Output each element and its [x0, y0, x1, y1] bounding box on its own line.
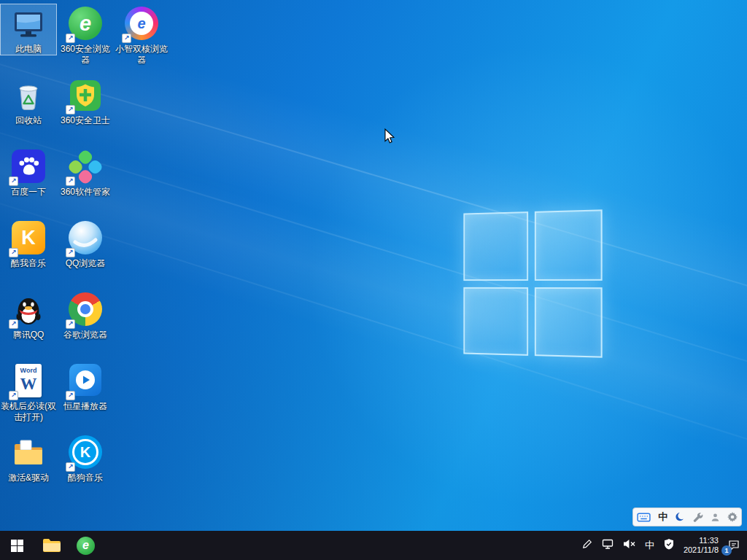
shortcut-arrow-icon: ↗ — [66, 176, 75, 186]
icon-label: 此电脑 — [1, 44, 56, 55]
icon-label: 酷狗音乐 — [58, 472, 113, 483]
360-browser-icon: e — [77, 537, 95, 555]
ime-tray-indicator[interactable]: 中 — [645, 539, 654, 552]
tray-date: 2021/11/8 — [684, 545, 719, 555]
tray-clock[interactable]: 11:33 2021/11/8 — [684, 536, 719, 555]
windows-logo-pane — [534, 287, 602, 358]
word-document-icon: Word W ↗ — [11, 364, 46, 399]
desktop-icon-this-pc[interactable]: 此电脑 — [1, 4, 56, 55]
desktop-icon-recycle-bin[interactable]: 回收站 — [1, 76, 56, 126]
kugou-glyph: K — [80, 444, 90, 461]
keyboard-icon[interactable] — [636, 508, 651, 526]
shortcut-arrow-icon: ↗ — [66, 248, 75, 257]
desktop-icon-xiaozhi-browser[interactable]: e ↗ 小智双核浏览器 — [114, 4, 169, 66]
baidu-icon: ↗ — [11, 149, 46, 184]
desktop-icon-readme-doc[interactable]: Word W ↗ 装机后必读(双击打开) — [1, 362, 56, 423]
360-browser-icon: e ↗ — [68, 7, 103, 42]
desktop-icon-activation-drivers[interactable]: 激活&驱动 — [1, 433, 56, 483]
qq-browser-icon: ↗ — [68, 221, 103, 256]
icon-label: 激活&驱动 — [1, 472, 56, 483]
desktop-icon-kugou-music[interactable]: K ↗ 酷狗音乐 — [58, 433, 113, 483]
shortcut-arrow-icon: ↗ — [9, 391, 18, 400]
icon-label: 装机后必读(双击打开) — [1, 401, 56, 423]
360-browser-glyph: e — [80, 12, 91, 36]
chrome-icon: ↗ — [68, 292, 103, 327]
desktop-icon-360-safe-guard[interactable]: ↗ 360安全卫士 — [58, 76, 113, 126]
network-icon[interactable] — [602, 539, 614, 552]
notification-badge: 1 — [721, 545, 732, 556]
recycle-bin-icon — [11, 78, 46, 113]
icon-label: 360安全卫士 — [58, 115, 113, 126]
desktop-icon-baidu[interactable]: ↗ 百度一下 — [1, 147, 56, 198]
shortcut-arrow-icon: ↗ — [66, 105, 75, 114]
system-tray: 中 11:33 2021/11/8 1 — [582, 531, 747, 560]
gear-icon[interactable] — [727, 508, 738, 526]
icon-label: 酷我音乐 — [1, 258, 56, 269]
ime-mode-indicator[interactable]: 中 — [657, 508, 668, 526]
windows-logo — [463, 209, 602, 357]
icon-label: QQ浏览器 — [58, 258, 113, 269]
user-icon[interactable] — [710, 508, 721, 526]
icon-label: 小智双核浏览器 — [114, 44, 169, 66]
xiaozhi-glyph: e — [137, 15, 145, 32]
icon-label: 百度一下 — [1, 187, 56, 198]
kuwo-glyph: K — [21, 227, 36, 249]
ime-language-bar: 中 — [632, 508, 742, 526]
360-safe-guard-icon: ↗ — [68, 78, 103, 113]
windows-logo-pane — [534, 209, 602, 280]
icon-label: 360软件管家 — [58, 187, 113, 198]
shortcut-arrow-icon: ↗ — [9, 319, 18, 329]
360-software-manager-icon: ↗ — [68, 149, 103, 184]
icon-label: 360安全浏览器 — [58, 44, 113, 66]
icon-label: 谷歌浏览器 — [58, 330, 113, 341]
windows-logo-pane — [463, 211, 527, 280]
shortcut-arrow-icon: ↗ — [9, 176, 18, 186]
windows-logo-pane — [463, 287, 527, 355]
this-pc-icon — [11, 7, 46, 42]
defender-shield-icon[interactable] — [664, 538, 674, 553]
tray-time: 11:33 — [684, 536, 719, 545]
shortcut-arrow-icon: ↗ — [66, 391, 75, 400]
kuwo-music-icon: K ↗ — [11, 221, 46, 256]
word-letter: W — [20, 374, 37, 394]
icon-label: 回收站 — [1, 115, 56, 126]
desktop-icon-360-software-manager[interactable]: ↗ 360软件管家 — [58, 147, 113, 198]
xiaozhi-browser-icon: e ↗ — [124, 7, 159, 42]
desktop-icon-star-player[interactable]: ↗ 恒星播放器 — [58, 362, 113, 412]
start-button[interactable] — [0, 531, 34, 560]
volume-muted-icon[interactable] — [623, 539, 635, 552]
icon-label: 腾讯QQ — [1, 330, 56, 341]
icon-label: 恒星播放器 — [58, 401, 113, 412]
shortcut-arrow-icon: ↗ — [66, 319, 75, 329]
desktop-icon-360-browser[interactable]: e ↗ 360安全浏览器 — [58, 4, 113, 66]
star-player-icon: ↗ — [68, 364, 103, 399]
shortcut-arrow-icon: ↗ — [66, 34, 75, 43]
folder-icon — [11, 435, 46, 470]
taskbar: e 中 11:33 202 — [0, 531, 747, 560]
shortcut-arrow-icon: ↗ — [66, 462, 75, 472]
360-browser-taskbar-button[interactable]: e — [69, 531, 103, 560]
shortcut-arrow-icon: ↗ — [9, 248, 18, 257]
action-center-button[interactable]: 1 — [728, 540, 740, 551]
desktop-icon-qq-browser[interactable]: ↗ QQ浏览器 — [58, 219, 113, 269]
qq-penguin-icon: ↗ — [11, 292, 46, 327]
desktop-icon-chrome[interactable]: ↗ 谷歌浏览器 — [58, 290, 113, 341]
windows-start-icon — [11, 540, 23, 552]
word-logo-text: Word — [20, 367, 37, 374]
pen-icon[interactable] — [582, 539, 592, 552]
wrench-icon[interactable] — [692, 508, 704, 526]
file-explorer-icon — [42, 537, 61, 553]
file-explorer-button[interactable] — [34, 531, 69, 560]
shortcut-arrow-icon: ↗ — [122, 34, 131, 43]
mouse-cursor — [384, 128, 395, 144]
moon-icon[interactable] — [674, 508, 686, 526]
desktop-icon-kuwo-music[interactable]: K ↗ 酷我音乐 — [1, 219, 56, 269]
kugou-music-icon: K ↗ — [68, 435, 103, 470]
desktop-icon-tencent-qq[interactable]: ↗ 腾讯QQ — [1, 290, 56, 341]
